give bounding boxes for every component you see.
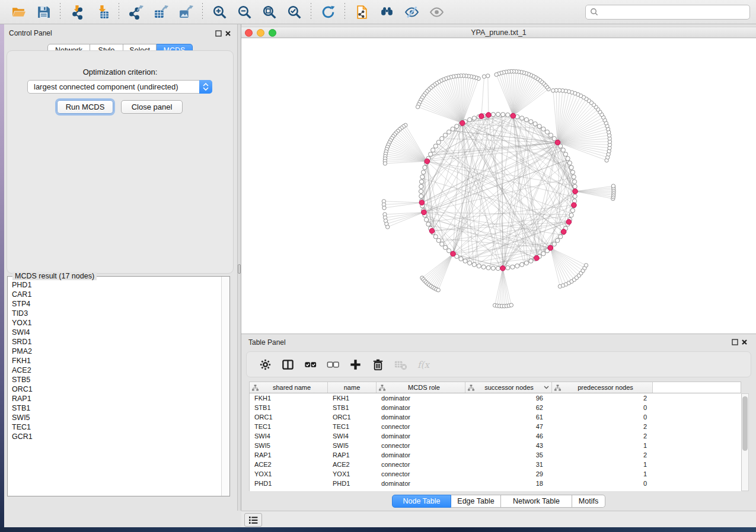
cell-successor-nodes[interactable]: 46 [465, 431, 552, 441]
table-scrollbar[interactable] [741, 393, 749, 491]
mcds-hub-node[interactable] [486, 113, 492, 118]
cell-MCDS-role[interactable]: dominator [377, 450, 465, 460]
cell-successor-nodes[interactable]: 31 [465, 460, 552, 469]
ring-node[interactable] [472, 116, 476, 120]
leaf-node[interactable] [509, 303, 513, 307]
close-table-panel-icon[interactable] [739, 338, 749, 347]
ring-node[interactable] [572, 175, 576, 179]
ring-node[interactable] [429, 152, 433, 156]
ring-node[interactable] [496, 112, 500, 116]
select-all-button[interactable] [299, 354, 321, 375]
mcds-hub-node[interactable] [451, 251, 456, 257]
ring-node[interactable] [506, 113, 510, 117]
ring-node[interactable] [447, 249, 451, 253]
ring-node[interactable] [556, 238, 560, 242]
cell-name[interactable]: ACE2 [328, 460, 377, 469]
mcds-result-item[interactable]: SWI5 [12, 413, 221, 422]
cell-MCDS-role[interactable]: dominator [377, 393, 465, 403]
ring-node[interactable] [559, 235, 563, 239]
network-graph[interactable] [241, 39, 756, 334]
ring-node[interactable] [541, 252, 546, 256]
ring-node[interactable] [520, 116, 524, 120]
export-file-share-button[interactable] [351, 2, 372, 22]
cell-predecessor-nodes[interactable]: 0 [552, 403, 653, 412]
column-header-MCDS-role[interactable]: MCDS role [377, 382, 465, 393]
ring-node[interactable] [419, 194, 423, 198]
leaf-node[interactable] [551, 89, 555, 92]
leaf-node[interactable] [611, 184, 615, 188]
table-row[interactable]: SWI5SWI5connector431 [250, 441, 741, 450]
ring-node[interactable] [561, 148, 565, 152]
mcds-hub-node[interactable] [566, 219, 572, 225]
cell-predecessor-nodes[interactable]: 0 [552, 412, 653, 422]
add-button[interactable] [344, 354, 366, 375]
cell-name[interactable]: RAP1 [328, 450, 377, 460]
ring-node[interactable] [533, 122, 537, 126]
ring-node[interactable] [570, 170, 575, 174]
ring-node[interactable] [569, 213, 573, 217]
cell-successor-nodes[interactable]: 29 [465, 469, 552, 479]
mcds-hub-node[interactable] [548, 245, 553, 251]
mcds-result-item[interactable]: YOX1 [12, 318, 221, 328]
cell-shared-name[interactable]: SWI5 [250, 441, 328, 450]
ring-node[interactable] [436, 238, 441, 242]
ring-node[interactable] [447, 130, 451, 134]
leaf-node[interactable] [482, 75, 486, 78]
ring-node[interactable] [440, 136, 444, 140]
cell-MCDS-role[interactable]: dominator [377, 431, 465, 441]
cell-shared-name[interactable]: ORC1 [250, 412, 328, 422]
cell-shared-name[interactable]: ACE2 [250, 460, 328, 469]
ring-node[interactable] [548, 133, 553, 137]
leaf-node[interactable] [416, 105, 419, 108]
leaf-node[interactable] [495, 73, 498, 76]
mcds-hub-node[interactable] [534, 255, 540, 261]
ring-node[interactable] [433, 235, 438, 239]
ring-node[interactable] [563, 152, 567, 156]
ring-node[interactable] [545, 130, 549, 134]
table-row[interactable]: FKH1FKH1dominator962 [250, 393, 741, 403]
mcds-hub-node[interactable] [419, 200, 425, 206]
ring-node[interactable] [425, 217, 429, 222]
mcds-result-item[interactable]: FKH1 [12, 356, 221, 366]
ring-node[interactable] [570, 209, 575, 213]
ring-node[interactable] [486, 265, 490, 270]
cell-predecessor-nodes[interactable]: 0 [552, 479, 653, 488]
deselect-all-button[interactable] [321, 354, 344, 375]
mcds-result-item[interactable]: RAP1 [12, 394, 221, 403]
cell-shared-name[interactable]: SWI4 [250, 431, 328, 441]
ring-node[interactable] [552, 242, 556, 246]
ring-node[interactable] [552, 136, 556, 140]
mcds-hub-node[interactable] [425, 159, 430, 164]
mcds-list-scrollbar[interactable] [221, 277, 229, 496]
ring-node[interactable] [501, 113, 505, 117]
minimize-window-traffic-light[interactable] [257, 29, 264, 37]
cell-MCDS-role[interactable]: connector [377, 460, 465, 469]
delete-button[interactable] [366, 354, 389, 375]
column-header-successor-nodes[interactable]: successor nodes [465, 382, 552, 393]
mcds-result-item[interactable]: ORC1 [12, 384, 221, 394]
save-session-button[interactable] [33, 2, 54, 22]
ring-node[interactable] [573, 184, 577, 188]
mcds-hub-node[interactable] [511, 113, 516, 118]
mcds-hub-node[interactable] [573, 189, 578, 194]
ring-node[interactable] [440, 242, 444, 246]
mcds-result-item[interactable]: ACE2 [12, 366, 221, 375]
cell-MCDS-role[interactable]: dominator [377, 479, 465, 488]
ring-node[interactable] [541, 127, 546, 131]
cell-MCDS-role[interactable]: dominator [377, 412, 465, 422]
export-network-button[interactable] [125, 2, 146, 22]
columns-button[interactable] [276, 354, 299, 375]
mcds-hub-node[interactable] [422, 210, 427, 215]
table-scrollbar-thumb[interactable] [742, 396, 748, 451]
zoom-in-button[interactable] [209, 2, 230, 22]
ring-node[interactable] [419, 180, 423, 184]
cell-shared-name[interactable]: RAP1 [250, 450, 328, 460]
table-row[interactable]: TEC1TEC1connector472 [250, 422, 741, 431]
float-table-panel-icon[interactable] [730, 338, 739, 347]
mcds-hub-node[interactable] [460, 121, 465, 126]
cell-name[interactable]: PHD1 [328, 479, 377, 488]
ring-node[interactable] [572, 180, 576, 184]
mcds-hub-node[interactable] [561, 229, 566, 235]
ring-node[interactable] [511, 265, 515, 269]
mcds-result-item[interactable]: STP4 [12, 299, 221, 309]
